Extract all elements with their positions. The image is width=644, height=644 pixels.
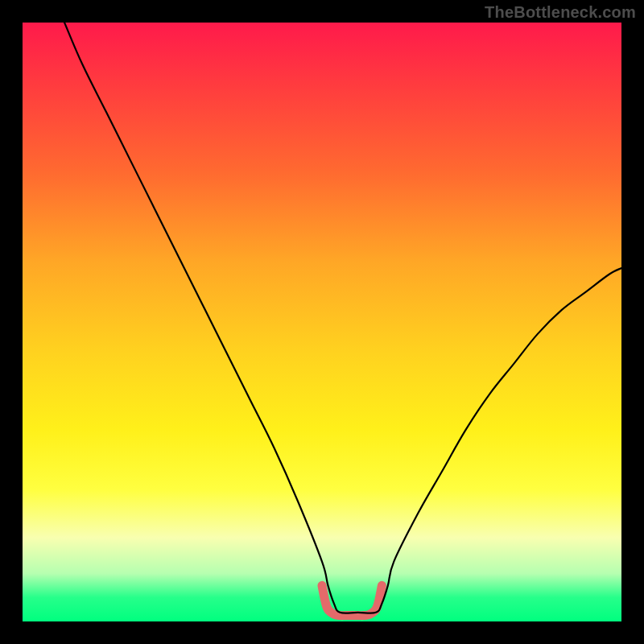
plot-area (23, 23, 621, 621)
watermark-text: TheBottleneck.com (485, 3, 636, 22)
bottleneck-curve-path (64, 23, 621, 613)
curve-layer (23, 23, 621, 621)
chart-frame: TheBottleneck.com (0, 0, 644, 644)
valley-marker-path (322, 585, 382, 615)
